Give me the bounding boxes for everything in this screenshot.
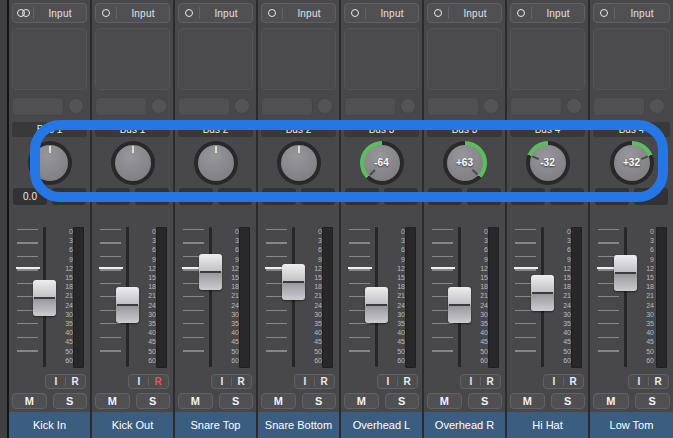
send-slot[interactable] bbox=[12, 97, 64, 116]
track-name[interactable]: Overhead R bbox=[424, 412, 505, 438]
peak-level-display[interactable] bbox=[467, 188, 501, 205]
record-enable-button[interactable]: R bbox=[402, 376, 412, 387]
output-bus-button[interactable]: Bus 3 bbox=[344, 122, 419, 137]
audio-fx-insert-area[interactable] bbox=[261, 28, 336, 90]
output-bus-button[interactable]: Bus 1 bbox=[95, 122, 170, 137]
volume-fader-track[interactable] bbox=[209, 227, 212, 367]
pan-knob[interactable]: -64 bbox=[360, 141, 404, 185]
input-monitor-button[interactable]: I bbox=[300, 376, 310, 387]
pan-knob[interactable] bbox=[194, 141, 238, 185]
volume-display[interactable]: 0.0 bbox=[96, 188, 130, 205]
audio-fx-insert-area[interactable] bbox=[510, 28, 585, 90]
audio-fx-insert-area[interactable] bbox=[95, 28, 170, 90]
record-enable-button[interactable]: R bbox=[568, 376, 578, 387]
output-bus-button[interactable]: Bus 4 bbox=[510, 122, 585, 137]
pan-knob[interactable]: +63 bbox=[443, 141, 487, 185]
input-monitor-button[interactable]: I bbox=[466, 376, 476, 387]
input-button[interactable]: Input bbox=[12, 3, 87, 23]
send-level-knob[interactable] bbox=[234, 98, 250, 114]
volume-display[interactable]: 0.0 bbox=[262, 188, 296, 205]
pan-knob[interactable] bbox=[277, 141, 321, 185]
peak-level-display[interactable] bbox=[384, 188, 418, 205]
audio-fx-insert-area[interactable] bbox=[427, 28, 502, 90]
input-monitor-button[interactable]: I bbox=[383, 376, 393, 387]
mute-button[interactable]: M bbox=[593, 393, 629, 409]
track-name[interactable]: Low Tom bbox=[590, 412, 673, 438]
peak-level-display[interactable] bbox=[218, 188, 252, 205]
output-bus-button[interactable]: Bus 1 bbox=[12, 122, 87, 137]
output-bus-button[interactable]: Bus 4 bbox=[593, 122, 670, 137]
mute-button[interactable]: M bbox=[95, 393, 130, 409]
volume-display[interactable]: -5.0 bbox=[511, 188, 545, 205]
volume-display[interactable]: 0.0 bbox=[179, 188, 213, 205]
mute-button[interactable]: M bbox=[178, 393, 213, 409]
send-slot[interactable] bbox=[178, 97, 230, 116]
audio-fx-insert-area[interactable] bbox=[12, 28, 87, 90]
volume-fader-track[interactable] bbox=[624, 227, 627, 367]
send-level-knob[interactable] bbox=[483, 98, 499, 114]
mute-button[interactable]: M bbox=[12, 393, 47, 409]
send-slot[interactable] bbox=[344, 97, 396, 116]
solo-button[interactable]: S bbox=[53, 393, 88, 409]
input-button[interactable]: Input bbox=[427, 3, 502, 23]
input-button[interactable]: Input bbox=[261, 3, 336, 23]
output-bus-button[interactable]: Bus 2 bbox=[261, 122, 336, 137]
send-level-knob[interactable] bbox=[649, 98, 665, 114]
input-button[interactable]: Input bbox=[593, 3, 670, 23]
record-enable-button[interactable]: R bbox=[153, 376, 163, 387]
peak-level-display[interactable]: -11 bbox=[52, 188, 86, 205]
volume-display[interactable]: 0.0 bbox=[13, 188, 47, 205]
volume-display[interactable]: -1.5 bbox=[595, 188, 629, 205]
audio-fx-insert-area[interactable] bbox=[593, 28, 670, 90]
solo-button[interactable]: S bbox=[635, 393, 671, 409]
send-slot[interactable] bbox=[510, 97, 562, 116]
peak-level-display[interactable] bbox=[550, 188, 584, 205]
solo-button[interactable]: S bbox=[136, 393, 171, 409]
mute-button[interactable]: M bbox=[261, 393, 296, 409]
pan-knob[interactable]: -32 bbox=[526, 141, 570, 185]
input-monitor-button[interactable]: I bbox=[634, 376, 644, 387]
audio-fx-insert-area[interactable] bbox=[178, 28, 253, 90]
track-name[interactable]: Kick Out bbox=[92, 412, 173, 438]
track-name[interactable]: Kick In bbox=[9, 412, 90, 438]
volume-fader-handle[interactable] bbox=[448, 287, 471, 323]
input-monitor-button[interactable]: I bbox=[217, 376, 227, 387]
volume-fader-handle[interactable] bbox=[614, 255, 637, 291]
peak-level-display[interactable] bbox=[135, 188, 169, 205]
peak-level-display[interactable] bbox=[301, 188, 335, 205]
record-enable-button[interactable]: R bbox=[485, 376, 495, 387]
track-name[interactable]: Snare Bottom bbox=[258, 412, 339, 438]
send-slot[interactable] bbox=[427, 97, 479, 116]
send-level-knob[interactable] bbox=[151, 98, 167, 114]
solo-button[interactable]: S bbox=[551, 393, 586, 409]
volume-fader-handle[interactable] bbox=[531, 275, 554, 311]
send-slot[interactable] bbox=[593, 97, 645, 116]
mute-button[interactable]: M bbox=[344, 393, 379, 409]
pan-knob[interactable] bbox=[28, 141, 72, 185]
volume-fader-handle[interactable] bbox=[33, 280, 56, 316]
volume-fader-handle[interactable] bbox=[365, 287, 388, 323]
input-button[interactable]: Input bbox=[95, 3, 170, 23]
mute-button[interactable]: M bbox=[510, 393, 545, 409]
input-monitor-button[interactable]: I bbox=[134, 376, 144, 387]
solo-button[interactable]: S bbox=[385, 393, 420, 409]
send-slot[interactable] bbox=[95, 97, 147, 116]
track-name[interactable]: Overhead L bbox=[341, 412, 422, 438]
output-bus-button[interactable]: Bus 3 bbox=[427, 122, 502, 137]
output-bus-button[interactable]: Bus 2 bbox=[178, 122, 253, 137]
peak-level-display[interactable] bbox=[634, 188, 668, 205]
send-slot[interactable] bbox=[261, 97, 313, 116]
track-name[interactable]: Snare Top bbox=[175, 412, 256, 438]
input-button[interactable]: Input bbox=[344, 3, 419, 23]
record-enable-button[interactable]: R bbox=[70, 376, 80, 387]
send-level-knob[interactable] bbox=[400, 98, 416, 114]
audio-fx-insert-area[interactable] bbox=[344, 28, 419, 90]
volume-display[interactable]: 0.0 bbox=[345, 188, 379, 205]
input-button[interactable]: Input bbox=[510, 3, 585, 23]
record-enable-button[interactable]: R bbox=[653, 376, 663, 387]
track-name[interactable]: Hi Hat bbox=[507, 412, 588, 438]
solo-button[interactable]: S bbox=[468, 393, 503, 409]
pan-knob[interactable]: +32 bbox=[610, 141, 654, 185]
input-monitor-button[interactable]: I bbox=[51, 376, 61, 387]
input-monitor-button[interactable]: I bbox=[549, 376, 559, 387]
